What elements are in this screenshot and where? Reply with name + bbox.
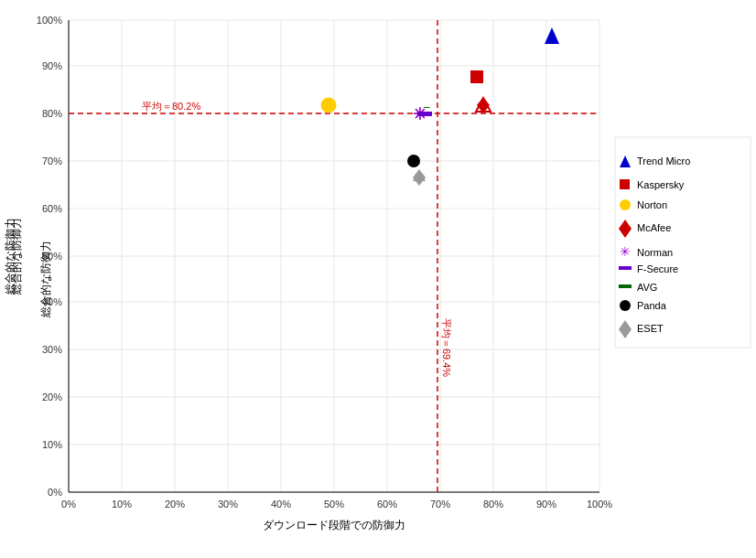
- x-tick-90: 90%: [536, 499, 556, 510]
- x-tick-80: 80%: [483, 499, 503, 510]
- legend-kaspersky-label: Kaspersky: [637, 179, 685, 190]
- y-tick-70: 70%: [42, 156, 62, 166]
- legend-trend-micro-icon: [620, 156, 631, 167]
- y-tick-30: 30%: [42, 344, 62, 355]
- legend-panda-icon: [620, 300, 631, 311]
- x-tick-20: 20%: [165, 499, 185, 510]
- legend-fsecure-label: F-Secure: [637, 263, 678, 274]
- norton-point: [321, 98, 336, 113]
- x-axis-label: ダウンロード段階での防御力: [263, 519, 405, 531]
- y-tick-90: 90%: [42, 60, 62, 71]
- x-tick-50: 50%: [324, 499, 344, 510]
- x-tick-40: 40%: [271, 499, 291, 510]
- avg-y-label: 平均＝80.2%: [142, 101, 200, 112]
- legend-norton-label: Norton: [637, 199, 667, 210]
- x-tick-60: 60%: [377, 499, 397, 510]
- y-tick-60: 60%: [42, 203, 62, 214]
- y-axis-label-svg: 総合的な防御力: [10, 218, 23, 295]
- legend-norman-icon: ✳: [620, 244, 631, 259]
- panda-point: [407, 155, 420, 167]
- legend-mcafee-icon: [619, 220, 632, 238]
- x-tick-70: 70%: [430, 499, 450, 510]
- x-tick-100: 100%: [587, 499, 612, 510]
- x-tick-0: 0%: [61, 499, 76, 510]
- legend-norman-label: Norman: [637, 247, 673, 258]
- chart-svg: 総合的な防御力 .grid-line { stroke: #cccccc; st…: [0, 0, 756, 558]
- trend-micro-point: [545, 27, 559, 44]
- legend-panda-label: Panda: [637, 300, 667, 311]
- legend-eset-icon: [619, 320, 632, 338]
- chart-container: 総合的な防御力 総合的な防御力 .grid-line { stroke: #cc…: [0, 0, 756, 558]
- x-tick-10: 10%: [112, 499, 132, 510]
- legend-kaspersky-icon: [620, 179, 630, 189]
- y-tick-10: 10%: [42, 439, 62, 450]
- y-tick-80: 80%: [42, 108, 62, 119]
- avg-point: −: [423, 100, 430, 114]
- x-tick-30: 30%: [218, 499, 238, 510]
- y-axis-label: 総合的な防御力: [38, 241, 54, 317]
- kaspersky-point: [470, 70, 483, 83]
- y-tick-0: 0%: [48, 487, 62, 498]
- legend-avg-label: AVG: [637, 282, 657, 293]
- legend-eset-label: ESET: [637, 323, 664, 334]
- y-tick-100: 100%: [37, 15, 62, 26]
- legend-fsecure-icon: [619, 266, 632, 270]
- legend-trend-micro-label: Trend Micro: [637, 156, 690, 166]
- y-tick-20: 20%: [42, 392, 62, 402]
- eset-diamond-shape: [413, 169, 426, 186]
- legend-mcafee-label: McAfee: [637, 222, 671, 233]
- legend-norton-icon: [620, 199, 631, 210]
- avg-x-label: 平均＝69.4%: [441, 318, 452, 377]
- legend-box: [615, 137, 751, 348]
- legend-avg-icon: [619, 284, 632, 288]
